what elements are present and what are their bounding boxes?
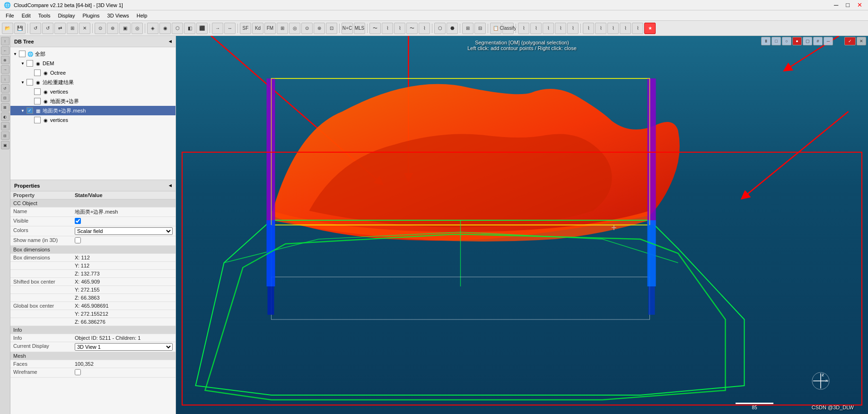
left-icon-9[interactable]: ⊞ — [1, 122, 9, 130]
tree-arrow-boundary[interactable] — [27, 98, 33, 104]
toolbar-btn-t33[interactable]: ⬣ — [447, 23, 458, 34]
circle-btn[interactable]: ○ — [782, 37, 791, 45]
tree-checkbox-vertices[interactable] — [34, 88, 41, 95]
toolbar-btn-t40[interactable]: ⌇ — [543, 23, 554, 34]
toolbar-btn-open[interactable]: 📂 — [2, 23, 13, 34]
toolbar-btn-t17[interactable]: SF — [240, 23, 251, 34]
toolbar-btn-t5[interactable]: ✕ — [79, 23, 90, 34]
prop-value[interactable]: Scalar field — [72, 226, 175, 236]
prop-value[interactable] — [72, 217, 175, 226]
tree-arrow-dem[interactable]: ▼ — [20, 60, 26, 66]
toolbar-btn-t10[interactable]: ◈ — [147, 23, 158, 34]
properties-collapse-icon[interactable]: ◂ — [169, 182, 172, 189]
tree-node-all[interactable]: ▼🌐全部 — [10, 49, 175, 59]
toolbar-btn-t16[interactable]: ↔ — [224, 23, 236, 34]
toolbar-btn-t11[interactable]: ◉ — [159, 23, 171, 34]
prop-value[interactable]: 3D View 1 — [72, 342, 175, 352]
toolbar-btn-t7[interactable]: ⊛ — [107, 23, 118, 34]
toolbar-btn-t46[interactable]: ⌇ — [620, 23, 631, 34]
toolbar-btn-t44[interactable]: ⌇ — [595, 23, 606, 34]
db-tree-scroll[interactable]: ▼🌐全部▼◉DEM◉Octree▼◉泊松重建结果◉vertices◉地面类+边界… — [10, 47, 175, 180]
tree-node-dem[interactable]: ▼◉DEM — [10, 59, 175, 68]
toolbar-btn-t35[interactable]: ⊟ — [474, 23, 486, 34]
left-icon-3[interactable]: → — [1, 65, 9, 74]
left-icon-10[interactable]: ⊟ — [1, 131, 9, 140]
pause-btn[interactable]: ⏸ — [761, 37, 771, 45]
hash-btn[interactable]: # — [813, 37, 823, 45]
left-icon-4[interactable]: ↓ — [1, 75, 9, 83]
tree-arrow-reconstruct[interactable]: ▼ — [20, 79, 26, 85]
toolbar-btn-t24[interactable]: ⊡ — [326, 23, 337, 34]
toolbar-btn-t22[interactable]: ⊙ — [301, 23, 313, 34]
toolbar-btn-t45[interactable]: ⌇ — [607, 23, 619, 34]
left-icon-0[interactable]: ↑ — [1, 37, 9, 45]
properties-scrollable[interactable]: Property State/Value CC ObjectName地面类+边界… — [10, 191, 175, 378]
toolbar-btn-t25[interactable]: N+C — [342, 23, 353, 34]
menu-item-display[interactable]: Display — [54, 12, 79, 19]
toolbar-btn-t37[interactable]: Classify — [502, 23, 514, 34]
prop-dropdown-current-display[interactable]: 3D View 1 — [75, 343, 173, 351]
restore-button[interactable]: □ — [844, 1, 851, 9]
tree-arrow-meshlevel[interactable]: ▼ — [20, 108, 26, 113]
tree-arrow-all[interactable]: ▼ — [12, 51, 18, 57]
left-icon-5[interactable]: ↺ — [1, 84, 9, 93]
toolbar-btn-t31[interactable]: ⌇ — [419, 23, 430, 34]
prop-checkbox-wireframe[interactable] — [75, 369, 81, 375]
tree-checkbox-reconstruct[interactable] — [26, 79, 33, 86]
tree-checkbox-boundary[interactable] — [34, 98, 41, 104]
toolbar-btn-t2[interactable]: ↺ — [42, 23, 53, 34]
toolbar-btn-t38[interactable]: ⌇ — [518, 23, 529, 34]
toolbar-btn-t47[interactable]: ⌇ — [632, 23, 643, 34]
toolbar-btn-t1[interactable]: ↺ — [30, 23, 41, 34]
toolbar-btn-t48[interactable]: ★ — [644, 23, 656, 34]
toolbar-btn-t12[interactable]: ⬡ — [172, 23, 183, 34]
toolbar-btn-t32[interactable]: ⬡ — [434, 23, 446, 34]
db-tree-collapse-icon[interactable]: ◂ — [169, 38, 172, 44]
left-icon-8[interactable]: ◐ — [1, 112, 9, 121]
toolbar-btn-t34[interactable]: ⊞ — [462, 23, 473, 34]
close-view-btn[interactable]: ✕ — [857, 37, 866, 45]
3d-view[interactable]: Segmentation [OM] (polygonal selection) … — [176, 36, 868, 414]
tree-checkbox-dem[interactable] — [26, 60, 33, 67]
toolbar-btn-t26[interactable]: MLS — [354, 23, 365, 34]
toolbar-btn-t14[interactable]: ⬛ — [196, 23, 208, 34]
toolbar-btn-t29[interactable]: ⌇ — [394, 23, 405, 34]
menu-item-edit[interactable]: Edit — [18, 12, 35, 19]
toolbar-btn-t21[interactable]: ◎ — [289, 23, 300, 34]
toolbar-btn-t28[interactable]: ⌇ — [382, 23, 393, 34]
menu-item-3d views[interactable]: 3D Views — [104, 12, 133, 19]
tree-node-reconstruct[interactable]: ▼◉泊松重建结果 — [10, 78, 175, 87]
tree-checkbox-meshlevel[interactable]: ✓ — [26, 107, 33, 114]
toolbar-btn-t42[interactable]: ⌇ — [567, 23, 579, 34]
menu-item-help[interactable]: Help — [133, 12, 151, 19]
minimize-button[interactable]: ─ — [832, 1, 840, 9]
menu-item-tools[interactable]: Tools — [35, 12, 54, 19]
prop-value[interactable] — [72, 368, 175, 378]
toolbar-btn-t18[interactable]: Kd — [252, 23, 263, 34]
toolbar-btn-t9[interactable]: ◎ — [132, 23, 143, 34]
prop-value[interactable] — [72, 236, 175, 246]
tree-arrow-vertices2[interactable] — [27, 117, 33, 123]
toolbar-btn-t19[interactable]: FM — [264, 23, 276, 34]
tree-node-vertices[interactable]: ◉vertices — [10, 87, 175, 96]
tree-node-vertices2[interactable]: ◉vertices — [10, 115, 175, 125]
rect-btn[interactable]: ▢ — [803, 37, 812, 45]
toolbar-btn-t15[interactable]: → — [212, 23, 223, 34]
toolbar-btn-save[interactable]: 💾 — [14, 23, 26, 34]
tree-checkbox-all[interactable] — [19, 51, 26, 57]
toolbar-btn-t23[interactable]: ⊛ — [314, 23, 325, 34]
tree-checkbox-octree[interactable] — [34, 69, 41, 76]
prop-checkbox-show-name-(in-3d)[interactable] — [75, 237, 81, 243]
toolbar-btn-t27[interactable]: 〜 — [369, 23, 381, 34]
tree-arrow-octree[interactable] — [27, 70, 33, 76]
view-btn1[interactable]: □ — [772, 37, 781, 45]
left-icon-1[interactable]: ← — [1, 46, 9, 55]
tree-node-octree[interactable]: ◉Octree — [10, 68, 175, 78]
menu-item-file[interactable]: File — [2, 12, 18, 19]
title-bar-controls[interactable]: ─ □ ✕ — [832, 1, 864, 9]
toolbar-btn-t41[interactable]: ⌇ — [555, 23, 566, 34]
prop-checkbox-visible[interactable] — [75, 218, 81, 224]
toolbar-btn-t43[interactable]: ⌇ — [583, 23, 594, 34]
toolbar-btn-t30[interactable]: 〜 — [406, 23, 418, 34]
tree-node-boundary[interactable]: ◉地面类+边界 — [10, 96, 175, 106]
